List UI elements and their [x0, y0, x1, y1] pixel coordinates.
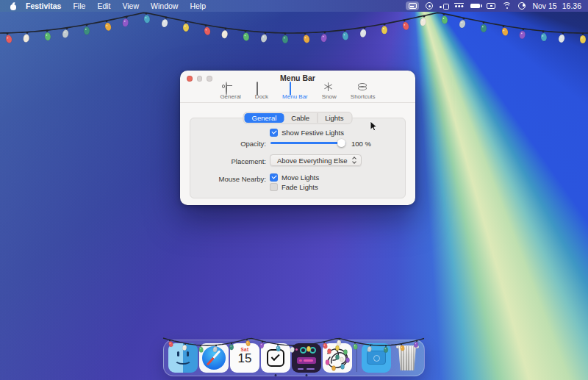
menu-edit[interactable]: Edit [91, 0, 116, 12]
general-icon [226, 82, 236, 92]
snowflake-icon [324, 82, 334, 92]
move-lights-label: Move Lights [282, 173, 319, 182]
opacity-slider-knob[interactable] [337, 139, 345, 147]
fade-lights-row: Fade Lights [270, 183, 318, 191]
mouse-nearby-label: Mouse Nearby: [189, 175, 266, 183]
fade-lights-label: Fade Lights [282, 183, 318, 191]
menu-bar-status: Nov 15 16.36 [406, 1, 588, 10]
menu-bar-icon [290, 82, 300, 92]
dock-separator [356, 344, 357, 372]
status-date: Nov 15 [532, 1, 556, 10]
tab-group: General Cable Lights [243, 112, 353, 124]
toolbar-divider [180, 102, 415, 103]
opacity-slider-track[interactable] [270, 142, 345, 145]
menu-file[interactable]: File [67, 0, 91, 12]
toolbar-item-snow[interactable]: Snow [320, 81, 339, 101]
tangled-lights-icon [323, 343, 352, 373]
control-center-icon[interactable] [518, 2, 526, 10]
dock: Sat 15 [163, 340, 425, 376]
toolbar-item-menu-bar[interactable]: Menu Bar [280, 81, 310, 101]
preferences-toolbar: General Dock Menu Bar Snow Shortcuts [180, 81, 415, 101]
dock-calendar[interactable]: Sat 15 [230, 343, 259, 373]
popup-chevrons-icon [352, 157, 357, 165]
move-lights-checkbox[interactable] [270, 173, 278, 182]
menu-app-name[interactable]: Festivitas [20, 0, 67, 12]
placement-popup[interactable]: Above Everything Else [270, 154, 362, 166]
menu-bar-clock[interactable]: Nov 15 16.36 [532, 1, 581, 10]
desktop: Festivitas File Edit View Window Help No… [0, 0, 588, 380]
menu-view[interactable]: View [116, 0, 145, 12]
show-festive-lights-checkbox[interactable] [270, 129, 278, 137]
toolbar-item-general[interactable]: General [218, 81, 243, 101]
tab-lights[interactable]: Lights [317, 113, 351, 123]
menu-help[interactable]: Help [184, 0, 212, 12]
running-indicator [306, 374, 308, 376]
battery-icon[interactable] [470, 4, 480, 9]
shortcuts-icon [358, 82, 368, 92]
menu-bar-left: Festivitas File Edit View Window Help [0, 0, 212, 12]
dock-finder[interactable] [168, 343, 198, 373]
tab-cable[interactable]: Cable [284, 113, 317, 123]
dock-trash[interactable] [392, 343, 422, 373]
opacity-slider[interactable] [270, 138, 345, 147]
dock-storage-item[interactable] [362, 343, 391, 373]
status-time: 16.36 [562, 1, 581, 10]
dock-festivitas-app[interactable] [323, 343, 352, 373]
dock-icon [257, 82, 267, 92]
opacity-label: Opacity: [189, 140, 266, 148]
menu-window[interactable]: Window [145, 0, 184, 12]
calendar-day: 15 [230, 351, 259, 366]
show-festive-lights-label: Show Festive Lights [282, 129, 344, 137]
menu-bar: Festivitas File Edit View Window Help No… [0, 0, 588, 12]
wifi-icon[interactable] [502, 2, 512, 10]
activity-icon[interactable] [440, 3, 448, 10]
apple-menu-icon[interactable] [9, 1, 17, 10]
running-indicator [275, 374, 277, 376]
tab-general[interactable]: General [245, 113, 284, 123]
dock-safari[interactable] [199, 343, 229, 373]
garland-icon[interactable] [454, 3, 464, 10]
placement-label: Placement: [189, 157, 266, 165]
opacity-value: 100 % [351, 140, 371, 148]
toolbar-item-shortcuts[interactable]: Shortcuts [348, 81, 378, 101]
display-icon[interactable] [487, 3, 495, 10]
show-festive-lights-row: Show Festive Lights [270, 129, 344, 137]
festivitas-menubar-icon[interactable] [406, 1, 419, 10]
record-icon[interactable] [426, 2, 433, 10]
toolbar-item-dock[interactable]: Dock [253, 81, 270, 101]
placement-value: Above Everything Else [277, 157, 348, 165]
dock-studio-app[interactable] [292, 343, 321, 373]
fade-lights-checkbox[interactable] [270, 183, 278, 191]
settings-window: Menu Bar General Dock Menu Bar Snow Shor… [180, 71, 415, 205]
dock-tasks-app[interactable] [261, 343, 290, 373]
move-lights-row: Move Lights [270, 173, 319, 182]
